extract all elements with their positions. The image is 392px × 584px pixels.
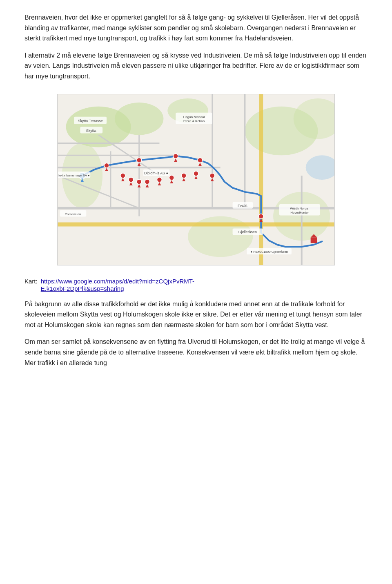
svg-point-27 — [137, 158, 142, 163]
svg-text:kytta barnehage BA ●: kytta barnehage BA ● — [58, 174, 90, 177]
svg-text:● REMA 1000 Gjelleråsen: ● REMA 1000 Gjelleråsen — [250, 250, 288, 254]
svg-point-41 — [157, 177, 162, 182]
svg-point-43 — [169, 175, 174, 180]
map-link-line1[interactable]: https://www.google.com/maps/d/edit?mid=z… — [41, 278, 194, 285]
svg-text:Hagan Nittedal: Hagan Nittedal — [183, 115, 205, 118]
svg-point-33 — [120, 173, 125, 178]
svg-point-45 — [181, 173, 186, 178]
svg-point-35 — [129, 177, 134, 182]
svg-text:Gjelleråsen: Gjelleråsen — [238, 230, 257, 234]
paragraph-3: På bakgrunn av alle disse trafikkforhold… — [24, 299, 368, 330]
svg-point-47 — [194, 171, 198, 176]
map-caption: Kart: https://www.google.com/maps/d/edit… — [24, 278, 368, 292]
svg-text:Würth Norge,: Würth Norge, — [290, 206, 309, 210]
svg-text:Skytta Terrasse: Skytta Terrasse — [78, 118, 103, 123]
paragraph-1: Brennaveien, hvor det ikke er oppmerket … — [24, 12, 368, 44]
caption-label: Kart: — [24, 278, 38, 285]
svg-rect-51 — [311, 237, 317, 243]
map-image: Skytta Terrasse Skytta Diplom-is AS ● Fv… — [57, 94, 335, 265]
svg-point-53 — [258, 214, 263, 218]
svg-point-29 — [173, 154, 178, 158]
svg-text:Pizza & Kebab: Pizza & Kebab — [183, 119, 205, 123]
paragraph-2: I alternativ 2 må elevene følge Brennave… — [24, 50, 368, 82]
svg-text:Diplom-is AS ●: Diplom-is AS ● — [144, 171, 168, 175]
svg-text:Hovedkontor: Hovedkontor — [290, 210, 309, 214]
svg-text:Fv401: Fv401 — [238, 203, 248, 207]
svg-point-37 — [137, 179, 142, 184]
svg-text:Skytta: Skytta — [86, 128, 96, 132]
paragraph-4: Om man ser samlet på konsekvensene av en… — [24, 337, 368, 368]
svg-point-31 — [198, 158, 203, 163]
svg-point-49 — [210, 173, 215, 178]
svg-point-25 — [104, 163, 109, 168]
svg-point-39 — [145, 179, 150, 184]
map-link-line2[interactable]: E.k1oxbF2DpPlk&usp=sharing — [41, 285, 124, 292]
svg-point-2 — [115, 102, 163, 135]
svg-text:Porseveien: Porseveien — [65, 212, 81, 216]
